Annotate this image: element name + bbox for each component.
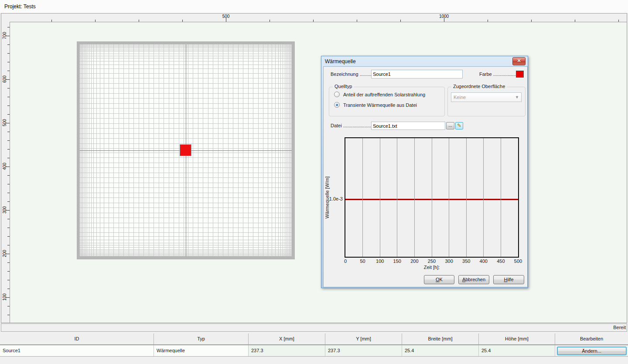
cell-x: 237.3 [249,345,325,356]
waermequelle-dialog: Wärmequelle ✕ Bezeichnung ............. … [321,56,528,288]
edit-file-icon[interactable]: ✎ [455,122,463,129]
cell-id: Source1 [0,345,154,356]
radio-solar-label: Anteil der auftreffenden Solarstrahlung [343,92,425,97]
app-window: Projekt: Tests 5001000 70060050040030020… [0,0,628,364]
header-typ: Typ [154,333,249,344]
header-hoehe: Höhe [mm] [479,333,555,344]
browse-button[interactable]: ... [446,122,454,129]
help-button[interactable]: Hilfe [493,275,524,284]
quelltyp-group: Quelltyp Anteil der auftreffenden Solars… [329,87,445,116]
ruler-corner [1,14,10,22]
oberflaeche-value: Keine [454,95,466,100]
bezeichnung-input[interactable] [371,70,463,78]
aendern-button[interactable]: Ändern... [557,347,627,355]
chart-plot-area [345,137,519,258]
bezeichnung-label: Bezeichnung ............. [331,71,377,77]
ok-button[interactable]: OK [424,275,454,284]
fem-mesh-object[interactable] [77,41,295,259]
work-area-frame: 5001000 700600500400300200100 [1,13,627,323]
dialog-titlebar[interactable]: Wärmequelle ✕ [321,56,528,66]
chart-x-ticks: 050100150200250300350400450500 [345,259,519,264]
quelltyp-legend: Quelltyp [333,84,354,89]
radio-icon-checked[interactable] [334,102,340,108]
header-bearbeiten: Bearbeiten [555,333,628,344]
header-y: Y [mm] [325,333,402,344]
dialog-title: Wärmequelle [325,58,356,65]
objects-table: ID Typ X [mm] Y [mm] Breite [mm] Höhe [m… [0,333,628,357]
project-title: Projekt: Tests [4,3,36,10]
dialog-body: Bezeichnung ............. Farbe ........… [323,66,528,287]
cancel-button[interactable]: Abbrechen [458,275,489,284]
radio-option-transient[interactable]: Transiente Wärmequelle aus Datei [334,102,417,108]
close-icon[interactable]: ✕ [512,57,526,65]
cell-typ: Wärmequelle [154,345,249,356]
oberflaeche-group: Zugeordnete Oberfläche Keine ▼ [447,87,526,116]
datei-label: Datei ..................... [331,123,371,128]
table-header-row: ID Typ X [mm] Y [mm] Breite [mm] Höhe [m… [0,333,628,345]
datei-input[interactable] [371,122,445,130]
cell-hoehe: 25.4 [479,345,555,356]
farbe-label: Farbe ................. [479,71,516,77]
project-header: Projekt: Tests [0,0,628,13]
status-text: Bereit [613,325,626,330]
radio-icon-unchecked[interactable] [334,92,340,97]
cell-breite: 25.4 [402,345,479,356]
header-id: ID [0,333,154,344]
status-bar: Bereit [1,323,627,332]
cell-y: 237.3 [325,345,402,356]
oberflaeche-combobox[interactable]: Keine ▼ [451,92,522,102]
ruler-left: 700600500400300200100 [1,22,10,323]
cell-bearbeiten: Ändern... [555,345,628,356]
table-row[interactable]: Source1 Wärmequelle 237.3 237.3 25.4 25.… [0,345,628,357]
chart-x-axis-label: Zeit [h]: [345,265,519,270]
drawing-canvas[interactable] [10,22,627,323]
chart-y-tick: 1.0e-3 [324,196,343,201]
radio-transient-label: Transiente Wärmequelle aus Datei [343,102,417,108]
header-breite: Breite [mm] [402,333,479,344]
header-x: X [mm] [249,333,325,344]
ruler-top: 5001000 [10,14,627,22]
radio-option-solar[interactable]: Anteil der auftreffenden Solarstrahlung [334,92,425,97]
oberflaeche-legend: Zugeordnete Oberfläche [451,84,507,89]
chevron-down-icon: ▼ [515,95,519,99]
farbe-swatch[interactable] [516,71,524,78]
heat-source-square[interactable] [180,144,191,156]
